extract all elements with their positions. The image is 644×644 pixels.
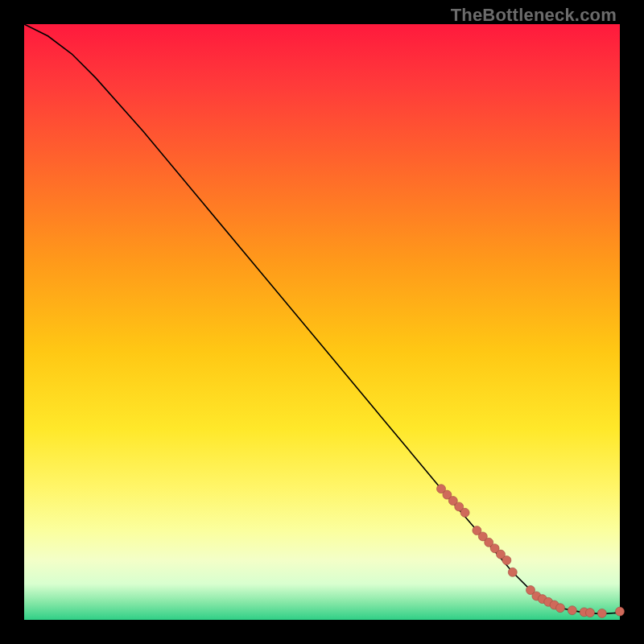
sample-point <box>568 606 576 615</box>
sample-point <box>586 609 595 617</box>
sample-point <box>597 609 606 617</box>
sample-point <box>502 556 511 565</box>
sample-point <box>556 604 565 613</box>
sample-point <box>616 607 625 616</box>
sample-point <box>508 568 517 576</box>
sample-point <box>460 508 469 517</box>
plot-area <box>24 24 620 620</box>
watermark-text: TheBottleneck.com <box>451 5 617 26</box>
bottleneck-curve <box>24 24 620 614</box>
sample-points-group <box>437 485 625 618</box>
chart-svg <box>24 24 620 620</box>
chart-frame: TheBottleneck.com <box>0 0 644 644</box>
